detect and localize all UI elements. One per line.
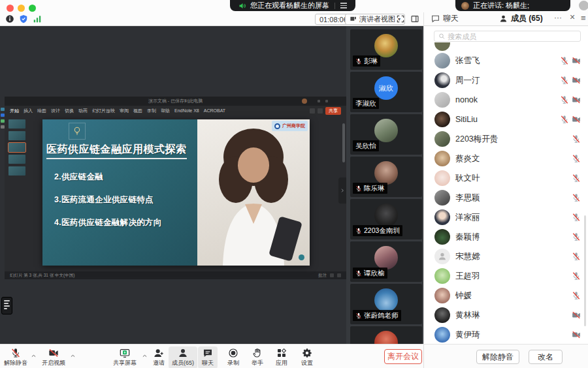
scrolled-avatar <box>434 42 450 51</box>
member-row[interactable]: 蔡炎文 <box>424 149 588 168</box>
ppt-menu[interactable]: 审阅 <box>120 108 129 114</box>
lightbulb-icon <box>69 123 86 140</box>
side-panel-toggle-icon[interactable] <box>410 14 419 23</box>
tile-name: 李淑欣 <box>355 99 376 108</box>
ppt-share-button[interactable]: 共享 <box>325 107 341 115</box>
hamburger-icon[interactable]: ≡ <box>581 13 586 23</box>
ppt-menu[interactable]: 录制 <box>147 108 156 114</box>
record-button[interactable]: 录制 <box>222 346 244 368</box>
slide-thumbnail[interactable] <box>8 119 25 129</box>
video-tile[interactable]: 2203金南圳 <box>350 199 422 239</box>
member-row[interactable]: 宋慧嫦 <box>424 247 588 266</box>
strip-collapse-handle[interactable] <box>338 177 346 204</box>
tile-name-chip: 张蔚鸽老师 <box>353 310 401 321</box>
slide-thumbnail[interactable] <box>8 131 25 140</box>
slide-thumbnail-current[interactable] <box>8 143 25 152</box>
video-tile[interactable]: 淑欣 李淑欣 <box>350 72 422 112</box>
ppt-ribbon-button[interactable] <box>318 108 323 114</box>
ppt-scrollbar[interactable] <box>342 123 345 162</box>
traffic-light-close[interactable] <box>7 5 14 12</box>
video-tile[interactable] <box>350 326 422 344</box>
pill-menu-icon[interactable] <box>340 3 347 8</box>
tile-name: 2203金南圳 <box>364 226 400 236</box>
search-input[interactable] <box>448 33 576 40</box>
meeting-info-icon[interactable] <box>5 14 14 23</box>
share-screen-button[interactable]: 共享屏幕 <box>108 346 141 368</box>
raise-hand-button[interactable]: 举手 <box>247 346 268 368</box>
member-name: 钟媛 <box>455 286 472 305</box>
ppt-menu[interactable]: 开始 <box>10 108 19 114</box>
tab-members[interactable]: 成员 (65) <box>499 13 543 24</box>
apps-button[interactable]: 应用 <box>270 346 293 368</box>
ppt-menu[interactable]: 帮助 <box>161 108 170 114</box>
ppt-menu[interactable]: 切换 <box>65 108 74 114</box>
unmute-button[interactable]: 解除静音 <box>1 346 30 368</box>
ppt-status-right: 批注 <box>318 273 327 279</box>
video-tile[interactable]: 陈乐琳 <box>350 157 422 197</box>
video-tile[interactable]: 吴欣怡 <box>350 114 422 155</box>
network-signal-icon[interactable] <box>33 14 42 23</box>
member-row[interactable]: 黄林琳 <box>424 305 588 325</box>
floating-list-widget[interactable] <box>1 297 12 314</box>
slide-thumbnail[interactable] <box>8 155 25 164</box>
powerpoint-window: 演示文稿 - 已保存到此电脑 开始 插入 绘图 设计 切换 动画 幻灯片放映 审… <box>5 97 346 279</box>
settings-button[interactable]: 设置 <box>295 346 319 368</box>
video-options-chevron[interactable] <box>70 353 76 359</box>
member-row[interactable]: 2203梅开贵 <box>424 129 588 149</box>
tile-name: 张蔚鸽老师 <box>364 311 399 320</box>
ppt-menu[interactable]: 插入 <box>24 108 33 114</box>
member-row[interactable]: 王超羽 <box>424 266 588 286</box>
ppt-menu[interactable]: ACROBAT <box>204 108 225 113</box>
member-row[interactable]: 黄伊琦 <box>424 325 588 344</box>
member-search-box[interactable] <box>434 31 581 42</box>
tile-name-chip: 李淑欣 <box>353 98 379 109</box>
invite-button[interactable]: 邀请 <box>149 346 169 368</box>
member-row[interactable]: 耿文叶 <box>424 168 588 188</box>
security-shield-icon[interactable] <box>19 14 28 23</box>
fullscreen-icon[interactable] <box>396 14 405 23</box>
video-tile[interactable]: 张蔚鸽老师 <box>350 284 422 324</box>
avatar <box>434 92 450 108</box>
traffic-light-zoom[interactable] <box>29 5 36 12</box>
start-video-button[interactable]: 开启视频 <box>38 346 69 368</box>
mic-muted-icon <box>355 270 362 277</box>
video-tile[interactable]: 彭琳 <box>350 29 422 70</box>
traffic-light-minimize[interactable] <box>18 5 25 12</box>
share-options-chevron[interactable] <box>142 353 148 359</box>
member-row[interactable]: 秦颖博 <box>424 227 588 247</box>
chat-button[interactable]: 聊天 <box>198 346 218 368</box>
avatar <box>374 161 398 185</box>
slide-bullet: 2.供应链金融 <box>54 172 103 183</box>
member-row[interactable]: 李思颖 <box>424 188 588 207</box>
mic-options-chevron[interactable] <box>31 353 37 359</box>
rename-button[interactable]: 改名 <box>529 350 563 364</box>
video-tile[interactable]: 谭欣榆 <box>350 241 422 282</box>
ppt-ribbon-button[interactable] <box>310 108 315 114</box>
slide-thumbnail[interactable] <box>8 166 25 176</box>
tile-name-chip: 陈乐琳 <box>353 183 387 194</box>
leave-meeting-button[interactable]: 离开会议 <box>384 349 422 364</box>
tab-chat[interactable]: 聊天 <box>431 13 459 24</box>
slide-page-dot <box>299 254 304 260</box>
ppt-view-button[interactable] <box>337 273 341 277</box>
ppt-menu[interactable]: 视图 <box>133 108 142 114</box>
member-row[interactable]: 张雪飞 <box>424 51 588 70</box>
ppt-menu[interactable]: 幻灯片放映 <box>92 108 115 114</box>
more-icon[interactable]: ··· <box>554 13 562 22</box>
member-row[interactable]: 钟媛 <box>424 286 588 305</box>
panel-scrollbar[interactable] <box>584 215 586 326</box>
unmute-all-button[interactable]: 解除静音 <box>476 350 519 364</box>
member-row[interactable]: 洋家丽 <box>424 207 588 227</box>
member-row[interactable]: 周一汀 <box>424 70 588 90</box>
member-row[interactable]: nonok <box>424 90 588 110</box>
member-name: 王超羽 <box>455 266 480 286</box>
ppt-menu[interactable]: 设计 <box>51 108 60 114</box>
close-icon[interactable]: × <box>570 12 575 22</box>
member-row[interactable]: SitiLiu <box>424 110 588 129</box>
ppt-menu[interactable]: EndNote X8 <box>174 108 199 113</box>
members-button[interactable]: 成员(65) <box>169 346 197 368</box>
ppt-menu[interactable]: 动画 <box>78 108 88 114</box>
camera-off-icon <box>572 76 581 85</box>
ppt-view-button[interactable] <box>330 273 334 277</box>
ppt-menu[interactable]: 绘图 <box>37 108 46 114</box>
